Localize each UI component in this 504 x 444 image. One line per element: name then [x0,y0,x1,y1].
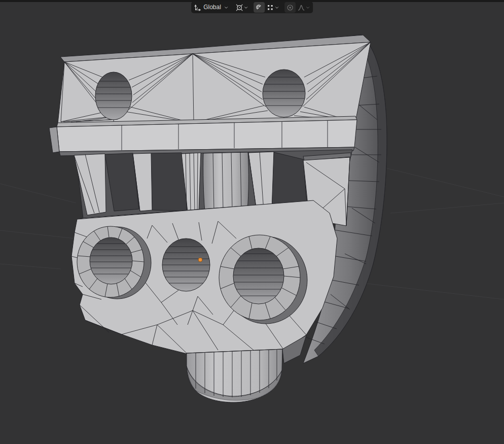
inner-cylinder [203,152,249,212]
left-bore [90,237,132,284]
chevron-down-icon [274,5,279,10]
transform-orientation-dropdown[interactable]: Global [192,2,230,13]
left-boss[interactable] [77,226,151,299]
magnet-icon [255,4,263,12]
proportional-falloff-dropdown[interactable] [296,2,312,13]
chevron-down-icon [243,5,248,10]
orientation-global-icon [194,4,202,12]
top-plate[interactable] [58,35,371,123]
viewport-header: Global [191,2,313,13]
snap-increment-icon [266,4,274,12]
crossbar-beam[interactable] [49,116,357,156]
proportional-editing-icon [286,4,294,12]
chevron-down-icon [305,5,310,10]
proportional-falloff-icon [297,4,305,12]
snap-target-dropdown[interactable] [265,2,281,13]
lower-block[interactable] [71,200,337,354]
chevron-down-icon [224,5,229,10]
proportional-editing-toggle[interactable] [284,2,296,13]
pivot-point-icon [235,4,243,12]
transform-orientation-label: Global [202,4,224,11]
snap-toggle-button[interactable] [254,2,265,13]
mesh-object[interactable] [49,35,387,402]
3d-viewport[interactable] [0,0,504,444]
pivot-point-dropdown[interactable] [234,2,250,13]
blender-window: Global [0,0,504,444]
object-origin-dot [198,258,202,262]
